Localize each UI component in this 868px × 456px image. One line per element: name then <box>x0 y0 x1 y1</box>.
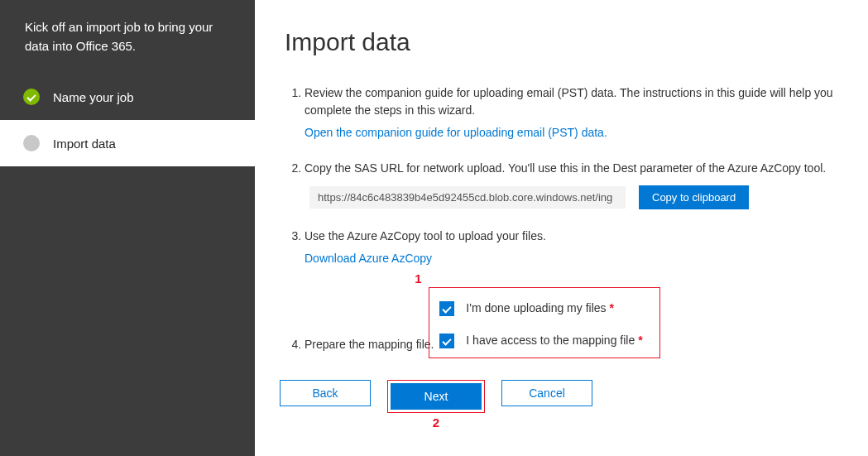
step-1-text: Review the companion guide for uploading… <box>305 86 833 117</box>
sidebar-step-label: Name your job <box>53 90 134 104</box>
required-asterisk: * <box>610 300 614 317</box>
step-4-text: Prepare the mapping file. <box>305 338 434 351</box>
back-button[interactable]: Back <box>280 380 371 406</box>
next-button-highlight: Next 2 <box>387 380 485 413</box>
checkbox-done-uploading[interactable] <box>439 301 454 316</box>
dot-icon <box>23 135 40 151</box>
annotation-2: 2 <box>433 415 439 430</box>
sidebar-step-label: Import data <box>53 137 116 151</box>
step-3-text: Use the Azure AzCopy tool to upload your… <box>305 229 546 242</box>
step-2-text: Copy the SAS URL for network upload. You… <box>305 161 826 175</box>
checkbox-mapping-access[interactable] <box>439 334 454 348</box>
required-asterisk: * <box>638 332 642 349</box>
sidebar-step-name-job[interactable]: Name your job <box>0 74 255 120</box>
page-title: Import data <box>285 28 838 56</box>
sidebar-step-import-data[interactable]: Import data <box>0 120 255 166</box>
step-3: Use the Azure AzCopy tool to upload your… <box>305 228 838 267</box>
annotation-1: 1 <box>415 270 421 289</box>
sidebar-intro: Kick off an import job to bring your dat… <box>0 0 255 74</box>
checkbox-label: I have access to the mapping file <box>466 332 635 349</box>
checkbox-label: I'm done uploading my files <box>466 300 606 317</box>
checkbox-row-mapping-access: I have access to the mapping file * <box>439 332 650 349</box>
sidebar-fill <box>0 166 255 456</box>
copy-to-clipboard-button[interactable]: Copy to clipboard <box>639 185 749 209</box>
next-button[interactable]: Next <box>391 383 482 410</box>
open-guide-link[interactable]: Open the companion guide for uploading e… <box>305 124 607 142</box>
instruction-list: Review the companion guide for uploading… <box>285 84 838 358</box>
sas-url-input[interactable] <box>309 186 626 209</box>
checkbox-row-done-uploading: I'm done uploading my files * <box>439 300 650 317</box>
mapping-check-group: 1 I'm done uploading my files * I have a… <box>429 287 660 358</box>
wizard-sidebar: Kick off an import job to bring your dat… <box>0 0 255 456</box>
cancel-button[interactable]: Cancel <box>501 380 592 406</box>
check-icon <box>23 89 40 105</box>
main-panel: Import data Review the companion guide f… <box>255 0 868 456</box>
download-azcopy-link[interactable]: Download Azure AzCopy <box>305 250 432 267</box>
step-4: Prepare the mapping file. 1 I'm done upl… <box>305 286 838 358</box>
sas-row: Copy to clipboard <box>309 185 838 209</box>
button-row: Back Next 2 Cancel <box>280 380 838 413</box>
step-1: Review the companion guide for uploading… <box>305 84 838 142</box>
step-2: Copy the SAS URL for network upload. You… <box>305 160 838 209</box>
